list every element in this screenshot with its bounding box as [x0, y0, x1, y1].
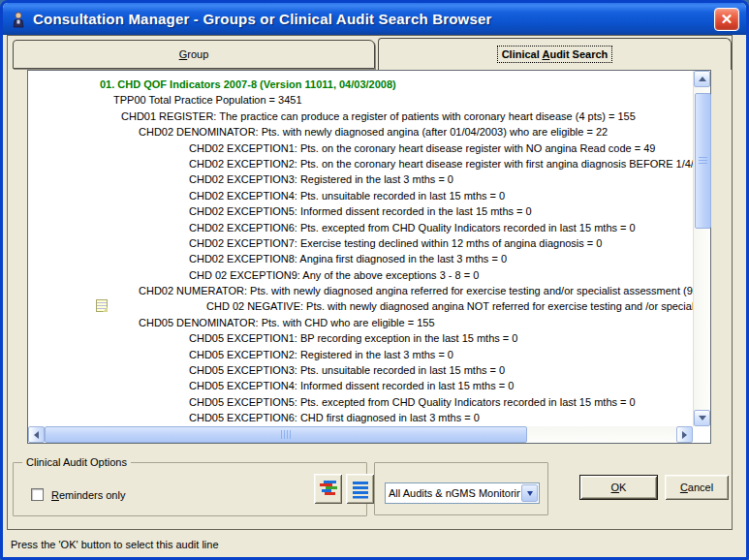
- grouped-bars-icon: [318, 479, 338, 499]
- audit-line-text: CHD02 EXCEPTION1: Pts. on the coronary h…: [189, 142, 656, 154]
- audit-list-content: 01. CHD QOF Indicators 2007-8 (Version 1…: [28, 71, 693, 426]
- chevron-left-icon: [34, 431, 39, 439]
- audit-line[interactable]: CHD05 EXCEPTION6: CHD first diagnosed in…: [28, 410, 693, 425]
- audit-line-text: CHD02 EXCEPTION4: Pts. unsuitable record…: [189, 190, 505, 202]
- title-bar[interactable]: Consultation Manager - Groups or Clinica…: [3, 3, 746, 35]
- audit-line-text: CHD05 EXCEPTION2: Registered in the last…: [189, 349, 453, 360]
- dropdown-arrow-icon: [527, 491, 533, 496]
- audit-line-text: CHD02 EXCEPTION7: Exercise testing decli…: [189, 237, 602, 249]
- horizontal-scroll-thumb[interactable]: [45, 426, 527, 443]
- audit-line[interactable]: CHD02 EXCEPTION3: Registered in the last…: [28, 171, 693, 187]
- ok-button[interactable]: OK: [579, 475, 658, 500]
- audit-line-text: 01. CHD QOF Indicators 2007-8 (Version 1…: [100, 78, 396, 90]
- audit-line-text: CHD02 NUMERATOR: Pts. with newly diagnos…: [139, 285, 693, 296]
- audit-line[interactable]: TPP00 Total Practice Population = 3451: [28, 92, 693, 108]
- tab-group[interactable]: Group: [13, 40, 375, 69]
- list-view-button[interactable]: [346, 474, 374, 504]
- status-message: Press the 'OK' button to select this aud…: [11, 539, 219, 550]
- audit-line[interactable]: CHD01 REGISTER: The practice can produce…: [28, 109, 693, 124]
- audit-list[interactable]: 01. CHD QOF Indicators 2007-8 (Version 1…: [27, 70, 711, 444]
- audit-line-text: CHD05 EXCEPTION1: BP recording exception…: [189, 332, 517, 344]
- audit-line-text: CHD05 EXCEPTION5: Pts. excepted from CHD…: [189, 396, 636, 408]
- audit-line-text: CHD01 REGISTER: The practice can produce…: [121, 110, 636, 122]
- note-icon: [96, 299, 108, 312]
- chevron-down-icon: [699, 416, 706, 420]
- audit-line[interactable]: CHD02 EXCEPTION8: Angina first diagnosed…: [28, 251, 693, 266]
- dropdown-button[interactable]: [521, 484, 538, 502]
- status-bar: Press the 'OK' button to select this aud…: [3, 531, 746, 557]
- audit-line[interactable]: CHD02 EXCEPTION4: Pts. unsuitable record…: [28, 188, 693, 203]
- scroll-up-button[interactable]: [694, 71, 710, 87]
- audit-line-text: TPP00 Total Practice Population = 3451: [113, 94, 302, 106]
- ok-label: OK: [611, 482, 627, 493]
- audit-filter-value: All Audits & nGMS Monitoring: [386, 487, 520, 499]
- audit-line[interactable]: CHD05 EXCEPTION2: Registered in the last…: [28, 347, 693, 362]
- audit-line[interactable]: CHD05 EXCEPTION3: Pts. unsuitable record…: [28, 362, 693, 378]
- audit-line[interactable]: CHD02 EXCEPTION5: Informed dissent recor…: [28, 203, 693, 219]
- audit-line[interactable]: CHD02 EXCEPTION2: Pts. on the coronary h…: [28, 156, 693, 171]
- audit-line-text: CHD02 EXCEPTION3: Registered in the last…: [189, 173, 453, 185]
- audit-line-text: CHD05 DENOMINATOR: Pts. with CHD who are…: [139, 317, 435, 328]
- tab-clinical-audit-search[interactable]: Clinical Audit Search: [378, 38, 732, 70]
- audit-line[interactable]: CHD02 EXCEPTION1: Pts. on the coronary h…: [28, 140, 693, 156]
- audit-line[interactable]: CHD05 EXCEPTION4: Informed dissent recor…: [28, 378, 693, 393]
- scroll-left-button[interactable]: [28, 426, 45, 443]
- audit-line-text: CHD 02 NEGATIVE: Pts. with newly diagnos…: [206, 300, 693, 312]
- audit-line[interactable]: CHD02 DENOMINATOR: Pts. with newly diagn…: [28, 124, 693, 140]
- audit-line[interactable]: CHD05 DENOMINATOR: Pts. with CHD who are…: [28, 315, 693, 330]
- audit-line-text: CHD05 EXCEPTION3: Pts. unsuitable record…: [189, 364, 505, 376]
- reminders-only-label: Reminders only: [51, 489, 125, 501]
- close-button[interactable]: ✕: [714, 8, 739, 31]
- reminders-only-checkbox[interactable]: [31, 488, 44, 501]
- chevron-up-icon: [699, 77, 706, 81]
- audit-line-text: CHD02 EXCEPTION8: Angina first diagnosed…: [189, 253, 507, 264]
- audit-line[interactable]: CHD02 EXCEPTION7: Exercise testing decli…: [28, 235, 693, 251]
- audit-line[interactable]: CHD05 EXCEPTION1: BP recording exception…: [28, 330, 693, 346]
- vertical-scroll-thumb[interactable]: [695, 93, 711, 229]
- audit-filter-group: All Audits & nGMS Monitoring: [374, 462, 548, 515]
- tab-group-label: Group: [179, 48, 209, 60]
- reminders-only-checkbox-row[interactable]: Reminders only: [31, 488, 125, 501]
- chevron-right-icon: [682, 431, 687, 439]
- dialog-window: Consultation Manager - Groups or Clinica…: [0, 0, 749, 560]
- cancel-button[interactable]: Cancel: [665, 475, 729, 500]
- audit-filter-dropdown[interactable]: All Audits & nGMS Monitoring: [385, 482, 540, 504]
- app-icon: [10, 11, 27, 28]
- cancel-label: Cancel: [680, 482, 713, 493]
- grouped-bars-button[interactable]: [314, 474, 342, 504]
- vertical-scrollbar[interactable]: [693, 71, 710, 426]
- group-label: Clinical Audit Options: [22, 456, 131, 468]
- window-title: Consultation Manager - Groups or Clinica…: [33, 11, 714, 27]
- audit-line[interactable]: CHD05 EXCEPTION5: Pts. excepted from CHD…: [28, 394, 693, 410]
- horizontal-scrollbar[interactable]: [28, 426, 693, 443]
- list-lines-icon: [351, 480, 370, 499]
- audit-line-text: CHD02 EXCEPTION2: Pts. on the coronary h…: [189, 158, 693, 170]
- audit-line[interactable]: CHD 02 NEGATIVE: Pts. with newly diagnos…: [28, 298, 693, 314]
- scroll-down-button[interactable]: [694, 410, 710, 426]
- audit-line-text: CHD02 EXCEPTION6: Pts. excepted from CHD…: [189, 222, 636, 233]
- audit-line-text: CHD02 EXCEPTION5: Informed dissent recor…: [189, 205, 532, 217]
- audit-line-text: CHD 02 EXCEPTION9: Any of the above exce…: [189, 269, 479, 281]
- audit-line[interactable]: CHD02 NUMERATOR: Pts. with newly diagnos…: [28, 283, 693, 298]
- audit-line-text: CHD05 EXCEPTION4: Informed dissent recor…: [189, 380, 514, 391]
- close-icon: ✕: [721, 12, 733, 26]
- audit-line-text: CHD05 EXCEPTION6: CHD first diagnosed in…: [189, 412, 480, 423]
- audit-line[interactable]: 01. CHD QOF Indicators 2007-8 (Version 1…: [28, 77, 693, 92]
- audit-line[interactable]: CHD02 EXCEPTION6: Pts. excepted from CHD…: [28, 220, 693, 235]
- audit-line-text: CHD02 DENOMINATOR: Pts. with newly diagn…: [139, 126, 608, 138]
- audit-line[interactable]: CHD 02 EXCEPTION9: Any of the above exce…: [28, 267, 693, 283]
- scroll-right-button[interactable]: [676, 426, 693, 443]
- tab-clinical-label: Clinical Audit Search: [498, 47, 612, 62]
- clinical-audit-options-group: Clinical Audit Options Reminders only: [13, 462, 367, 516]
